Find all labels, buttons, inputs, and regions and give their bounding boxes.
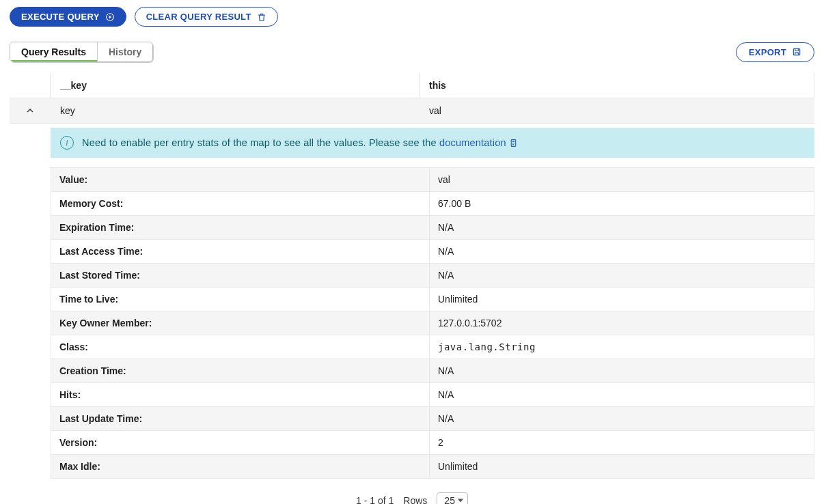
detail-value: N/A [430,216,814,239]
detail-label: Creation Time: [51,359,430,382]
tab-query-results[interactable]: Query Results [10,42,97,61]
detail-row: Last Access Time:N/A [51,240,814,264]
info-banner: i Need to enable per entry stats of the … [51,128,814,158]
save-icon [792,47,801,57]
export-label: EXPORT [749,47,786,57]
pager-rows-label: Rows [403,495,427,504]
results-tabs: Query Results History [10,42,153,62]
cell-key: key [51,98,420,123]
info-text: Need to enable per entry stats of the ma… [82,137,518,148]
info-icon: i [60,136,74,150]
svg-rect-1 [793,48,799,55]
detail-value: 127.0.0.1:5702 [430,311,814,335]
detail-row: Version:2 [51,431,814,455]
chevron-up-icon [25,105,36,116]
page-size-select[interactable]: 25 [437,492,468,504]
detail-row: Last Stored Time:N/A [51,264,814,288]
detail-value: java.lang.String [430,335,814,359]
detail-label: Key Owner Member: [51,311,430,335]
detail-label: Value: [51,168,430,191]
detail-value: val [430,168,814,191]
detail-label: Max Idle: [51,455,430,478]
detail-list: Value:valMemory Cost:67.00 BExpiration T… [51,167,814,479]
detail-row: Expiration Time:N/A [51,216,814,240]
toolbar: EXECUTE QUERY CLEAR QUERY RESULT [10,7,814,27]
info-text-body: Need to enable per entry stats of the ma… [82,137,439,148]
detail-label: Time to Live: [51,288,430,311]
header-this[interactable]: this [420,73,814,98]
detail-label: Class: [51,335,430,359]
detail-label: Version: [51,431,430,454]
detail-row: Max Idle:Unlimited [51,455,814,479]
trash-icon [257,12,266,22]
play-circle-icon [105,12,115,22]
detail-value: 2 [430,431,814,454]
header-expand-col [10,73,51,98]
detail-row: Last Update Time:N/A [51,407,814,431]
grid-header: __key this [10,73,814,98]
detail-row: Memory Cost:67.00 B [51,192,814,216]
row-expand-toggle[interactable] [10,98,51,123]
execute-query-label: EXECUTE QUERY [21,12,100,22]
execute-query-button[interactable]: EXECUTE QUERY [10,7,126,27]
document-icon [509,139,518,148]
documentation-link[interactable]: documentation [439,137,518,148]
detail-row: Hits:N/A [51,383,814,407]
export-button[interactable]: EXPORT [736,42,814,62]
detail-row: Time to Live:Unlimited [51,288,814,311]
documentation-link-text: documentation [439,137,506,148]
detail-value: N/A [430,264,814,287]
detail-row: Value:val [51,167,814,192]
detail-value: N/A [430,359,814,382]
pager: 1 - 1 of 1 Rows 25 [10,492,814,504]
detail-value: Unlimited [430,455,814,478]
detail-label: Memory Cost: [51,192,430,215]
header-key[interactable]: __key [51,73,420,98]
detail-value: N/A [430,407,814,430]
detail-row: Class:java.lang.String [51,335,814,359]
clear-query-label: CLEAR QUERY RESULT [146,12,251,22]
detail-label: Last Update Time: [51,407,430,430]
detail-value: Unlimited [430,288,814,311]
detail-label: Last Access Time: [51,240,430,263]
detail-value: N/A [430,240,814,263]
clear-query-result-button[interactable]: CLEAR QUERY RESULT [135,7,278,27]
detail-label: Expiration Time: [51,216,430,239]
cell-this: val [420,98,814,123]
grid-row: key val [10,98,814,124]
detail-value: 67.00 B [430,192,814,215]
detail-label: Hits: [51,383,430,406]
tab-history[interactable]: History [97,42,152,61]
results-grid: __key this key val i Need to enable per … [10,73,814,479]
detail-label: Last Stored Time: [51,264,430,287]
pager-summary: 1 - 1 of 1 [356,495,394,504]
detail-value: N/A [430,383,814,406]
detail-row: Key Owner Member:127.0.0.1:5702 [51,311,814,335]
midbar: Query Results History EXPORT [10,42,814,62]
detail-row: Creation Time:N/A [51,359,814,383]
